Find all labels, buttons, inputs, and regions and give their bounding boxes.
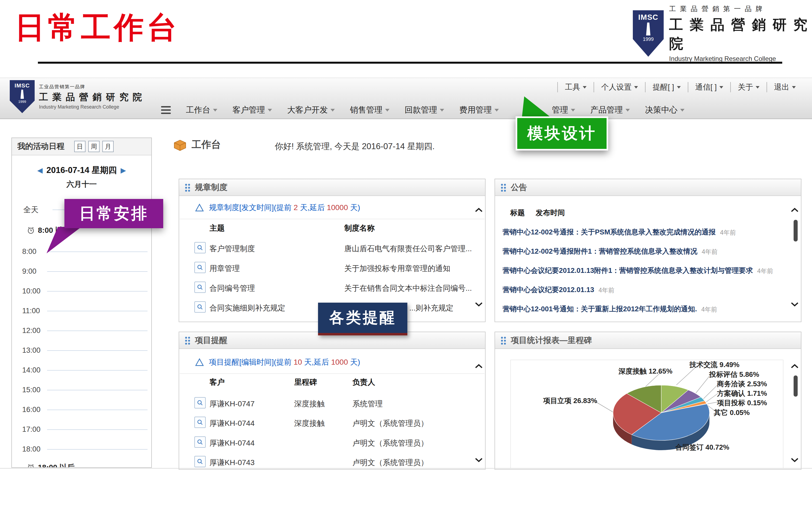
pie-slice-label: 投标评估 5.86% [709, 370, 759, 379]
announcement-title[interactable]: 营销中心12-001号通知：关于重新上报2012年工作规划的通知. [503, 304, 697, 314]
nav-item-customer-mgmt[interactable]: 客户管理 [233, 105, 272, 115]
menu-about[interactable]: 关于 [730, 82, 767, 92]
announcement-time: 4年前 [701, 304, 717, 314]
rules-reminder-link[interactable]: 规章制度[发文时间](提前 2 天,延后 10000 天) [195, 202, 360, 213]
magnifier-icon[interactable] [194, 456, 206, 467]
nav-item-expense-mgmt[interactable]: 费用管理 [459, 105, 499, 115]
menu-tools[interactable]: 工具 [557, 82, 594, 92]
scrollbar-thumb[interactable] [794, 220, 798, 241]
projects-reminder-link[interactable]: 项目提醒[编辑时间](提前 10 天,延后 1000 天) [195, 357, 360, 367]
scroll-down-icon[interactable] [791, 302, 799, 307]
schedule-hour-row[interactable]: 9:00 [12, 267, 151, 286]
scroll-up-icon[interactable] [791, 364, 799, 369]
nav-item-payment-mgmt[interactable]: 回款管理 [405, 105, 444, 115]
hamburger-menu-icon[interactable] [161, 106, 171, 114]
announcement-title[interactable]: 营销中心会议纪要2012.01.13 [503, 285, 594, 294]
scrollbar-thumb[interactable] [794, 376, 798, 397]
announcement-title[interactable]: 营销中心会议纪要2012.01.13附件1：营销管控系统信息录入整改计划与管理要… [503, 266, 753, 275]
workbench-title: 工作台 [192, 138, 221, 151]
rule-subject[interactable]: 合同实施细则补充规定 [209, 303, 285, 313]
rule-name[interactable]: 唐山盾石电气有限责任公司客户管理... [344, 244, 472, 254]
hour-line [47, 271, 148, 272]
logo-name: 工 業 品 營 銷 研 究 院 [669, 15, 812, 53]
schedule-hour-row[interactable]: 8:00 [12, 247, 151, 267]
rule-subject[interactable]: 用章管理 [209, 264, 240, 274]
stats-panel-title: 项目统计报表—里程碑 [511, 335, 592, 346]
announcement-row[interactable]: 营销中心12-002号通报附件1：营销管控系统信息录入整改情况 4年前 [503, 247, 782, 264]
projects-panel-title: 项目提醒 [195, 335, 227, 346]
schedule-hour-row[interactable]: 16:00 [12, 405, 151, 425]
scroll-down-icon[interactable] [475, 457, 483, 463]
announcement-row[interactable]: 营销中心会议纪要2012.01.13 4年前 [503, 285, 782, 302]
nav-item-sales-mgmt[interactable]: 销售管理 [350, 105, 389, 115]
workbench-box-icon [173, 139, 187, 151]
view-week-button[interactable]: 周 [88, 141, 99, 152]
current-date: 2016-07-14 星期四 [46, 165, 117, 176]
scroll-up-icon[interactable] [475, 364, 483, 369]
schedule-hour-row[interactable]: 14:00 [12, 365, 151, 385]
menu-personal-settings[interactable]: 个人设置 [594, 82, 645, 92]
magnifier-icon[interactable] [194, 301, 206, 313]
magnifier-icon[interactable] [194, 282, 206, 293]
project-row[interactable]: 厚谦KH-0743 卢明文（系统管理员） [179, 454, 473, 473]
announcement-row[interactable]: 营销中心会议纪要2012.01.13附件1：营销管控系统信息录入整改计划与管理要… [503, 266, 782, 283]
logo-name-en: Industry Marketing Research College [39, 104, 143, 110]
announcement-title[interactable]: 营销中心12-002号通报：关于PSM系统信息录入整改完成情况的通报 [503, 228, 716, 237]
schedule-hour-row[interactable]: 10:00 [12, 286, 151, 306]
prev-day-arrow[interactable]: ◀ [37, 166, 42, 175]
project-owner: 系统管理 [352, 399, 383, 409]
rule-name[interactable]: 关于加强投标专用章管理的通知 [344, 264, 450, 274]
nav-item-workbench[interactable]: 工作台 [186, 105, 217, 115]
scroll-up-icon[interactable] [791, 208, 799, 213]
after-hours-row[interactable]: 18:00 以后 [12, 462, 151, 468]
rule-subject[interactable]: 合同编号管理 [209, 283, 255, 293]
menu-messages[interactable]: 通信[ ] [688, 82, 730, 92]
project-customer[interactable]: 厚谦KH-0744 [209, 438, 255, 448]
nav-item-key-account[interactable]: 大客户开发 [287, 105, 335, 115]
magnifier-icon[interactable] [194, 417, 206, 428]
project-customer[interactable]: 厚谦KH-0744 [209, 418, 255, 429]
rules-panel-header: 规章制度 [179, 179, 485, 196]
rule-name[interactable]: ...则补充规定 [409, 303, 454, 313]
rule-subject[interactable]: 客户管理制度 [209, 244, 255, 254]
app-logo-text: 工业品营销第一品牌 工 業 品 營 銷 研 究 院 Industry Marke… [39, 84, 143, 110]
schedule-hour-row[interactable]: 18:00 [12, 445, 151, 464]
magnifier-icon[interactable] [194, 397, 206, 409]
project-row[interactable]: 厚谦KH-0747 深度接触 系统管理 [179, 395, 473, 414]
schedule-hour-row[interactable]: 15:00 [12, 385, 151, 405]
project-row[interactable]: 厚谦KH-0744 卢明文（系统管理员） [179, 434, 473, 453]
hour-line [47, 350, 148, 351]
rule-name[interactable]: 关于在销售合同文本中标注合同编号... [344, 283, 472, 293]
schedule-hour-row[interactable]: 11:00 [12, 306, 151, 326]
nav-item-decision-center[interactable]: 决策中心 [645, 105, 684, 115]
nav-item-partially-covered[interactable]: 管理 [552, 105, 575, 115]
project-customer[interactable]: 厚谦KH-0743 [209, 457, 255, 468]
project-customer[interactable]: 厚谦KH-0747 [209, 399, 255, 409]
rules-row[interactable]: 客户管理制度 唐山盾石电气有限责任公司客户管理... [179, 240, 473, 259]
magnifier-icon[interactable] [194, 436, 206, 448]
menu-label: 个人设置 [601, 82, 631, 92]
project-row[interactable]: 厚谦KH-0744 深度接触 卢明文（系统管理员） [179, 414, 473, 433]
column-header-name: 制度名称 [344, 223, 375, 233]
view-day-button[interactable]: 日 [74, 141, 86, 152]
after-hours-label: 18:00 以后 [38, 462, 74, 468]
schedule-hour-row[interactable]: 12:00 [12, 326, 151, 346]
scroll-up-icon[interactable] [475, 208, 483, 213]
view-month-button[interactable]: 月 [102, 141, 114, 152]
announcement-title[interactable]: 营销中心12-002号通报附件1：营销管控系统信息录入整改情况 [503, 247, 697, 256]
rules-row[interactable]: 合同编号管理 关于在销售合同文本中标注合同编号... [179, 279, 473, 298]
rules-row[interactable]: 用章管理 关于加强投标专用章管理的通知 [179, 259, 473, 278]
announcement-row[interactable]: 营销中心12-001号通知：关于重新上报2012年工作规划的通知. 4年前 [503, 304, 782, 322]
milestone-stats-panel: 项目统计报表—里程碑 技术交流 9.49% 投标评估 5.86% 商务洽谈 2.… [495, 331, 801, 470]
menu-logout[interactable]: 退出 [767, 82, 803, 92]
menu-reminders[interactable]: 提醒[ ] [645, 82, 687, 92]
magnifier-icon[interactable] [194, 242, 206, 253]
scroll-down-icon[interactable] [475, 302, 483, 307]
next-day-arrow[interactable]: ▶ [121, 166, 126, 175]
announcement-row[interactable]: 营销中心12-002号通报：关于PSM系统信息录入整改完成情况的通报 4年前 [503, 228, 782, 245]
magnifier-icon[interactable] [194, 262, 206, 273]
scroll-down-icon[interactable] [791, 457, 799, 463]
schedule-hour-row[interactable]: 17:00 [12, 425, 151, 445]
schedule-hour-row[interactable]: 13:00 [12, 346, 151, 365]
nav-item-product-mgmt[interactable]: 产品管理 [590, 105, 630, 115]
